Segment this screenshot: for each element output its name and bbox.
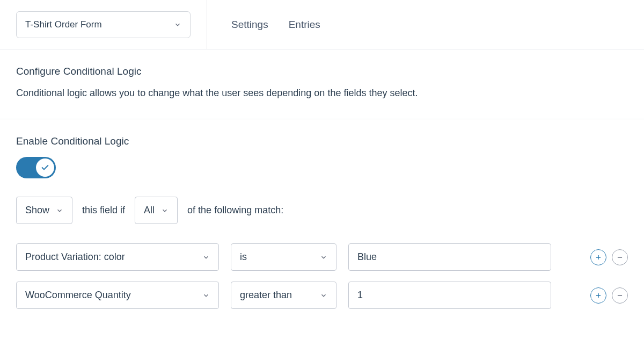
nav-tabs: Settings Entries bbox=[207, 19, 320, 31]
row-actions bbox=[590, 287, 628, 304]
remove-condition-button[interactable] bbox=[612, 249, 628, 265]
chevron-down-icon bbox=[56, 207, 63, 214]
row-actions bbox=[590, 249, 628, 265]
condition-row: Product Variation: color is bbox=[16, 243, 628, 271]
condition-operator-value: greater than bbox=[240, 290, 292, 301]
plus-icon bbox=[595, 292, 602, 299]
minus-icon bbox=[616, 254, 624, 261]
header-bar: T-Shirt Order Form Settings Entries bbox=[0, 0, 644, 49]
tab-entries[interactable]: Entries bbox=[289, 19, 320, 31]
condition-value-input[interactable] bbox=[348, 243, 551, 271]
content-area: Enable Conditional Logic Show this field… bbox=[0, 119, 644, 336]
condition-field-select[interactable]: WooCommerce Quantity bbox=[16, 282, 219, 309]
condition-field-value: Product Variation: color bbox=[25, 251, 125, 263]
condition-value-input[interactable] bbox=[348, 282, 551, 309]
add-condition-button[interactable] bbox=[590, 287, 606, 304]
condition-row: WooCommerce Quantity greater than bbox=[16, 282, 628, 309]
tab-settings[interactable]: Settings bbox=[231, 19, 268, 31]
condition-field-value: WooCommerce Quantity bbox=[25, 290, 131, 301]
match-type-select[interactable]: All bbox=[135, 197, 178, 224]
intro-section: Configure Conditional Logic Conditional … bbox=[0, 49, 644, 119]
form-selector-dropdown[interactable]: T-Shirt Order Form bbox=[16, 11, 191, 38]
rule-text-1: this field if bbox=[82, 205, 125, 216]
chevron-down-icon bbox=[202, 292, 210, 299]
chevron-down-icon bbox=[161, 207, 169, 214]
action-select[interactable]: Show bbox=[16, 197, 72, 224]
condition-operator-select[interactable]: is bbox=[231, 243, 336, 271]
rule-text-2: of the following match: bbox=[187, 205, 283, 216]
toggle-thumb bbox=[36, 158, 54, 177]
plus-icon bbox=[595, 254, 602, 261]
condition-operator-select[interactable]: greater than bbox=[231, 282, 336, 309]
match-type-value: All bbox=[144, 205, 155, 216]
enable-toggle[interactable] bbox=[16, 157, 56, 178]
minus-icon bbox=[616, 292, 624, 299]
add-condition-button[interactable] bbox=[590, 249, 606, 265]
form-selector-wrap: T-Shirt Order Form bbox=[0, 0, 207, 49]
condition-operator-value: is bbox=[240, 251, 247, 263]
chevron-down-icon bbox=[320, 292, 327, 299]
form-selector-label: T-Shirt Order Form bbox=[25, 19, 102, 30]
condition-field-select[interactable]: Product Variation: color bbox=[16, 243, 219, 271]
check-icon bbox=[41, 163, 49, 172]
chevron-down-icon bbox=[174, 21, 181, 28]
conditions-list: Product Variation: color is WooCommerce … bbox=[16, 243, 628, 309]
section-description: Conditional logic allows you to change w… bbox=[16, 86, 628, 100]
chevron-down-icon bbox=[320, 254, 327, 261]
enable-label: Enable Conditional Logic bbox=[16, 135, 628, 147]
rule-builder: Show this field if All of the following … bbox=[16, 197, 628, 224]
remove-condition-button[interactable] bbox=[612, 287, 628, 304]
chevron-down-icon bbox=[202, 254, 210, 261]
section-title: Configure Conditional Logic bbox=[16, 66, 628, 77]
action-select-value: Show bbox=[25, 205, 49, 216]
